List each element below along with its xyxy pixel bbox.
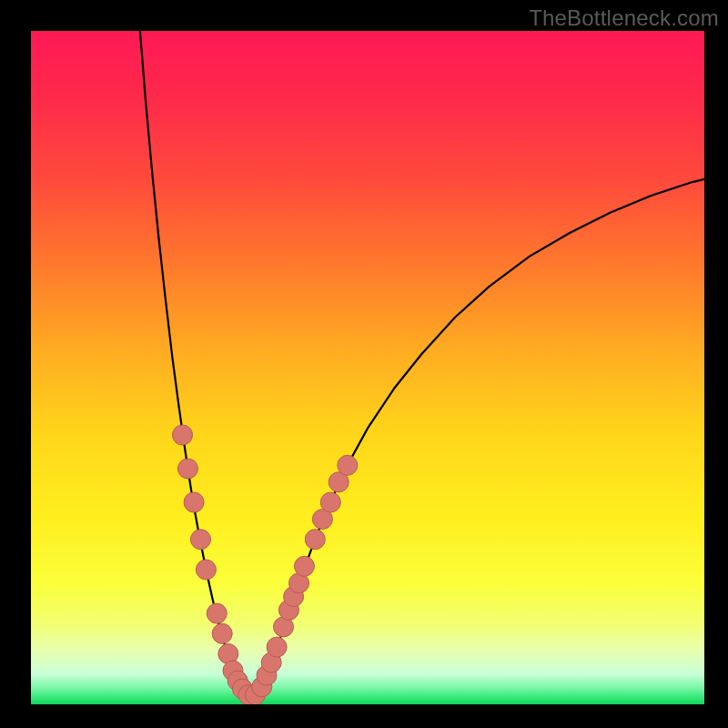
chart-svg bbox=[31, 31, 704, 704]
data-marker bbox=[177, 459, 197, 479]
data-marker bbox=[190, 530, 210, 550]
data-marker bbox=[212, 623, 232, 643]
data-marker bbox=[338, 455, 358, 475]
data-marker bbox=[320, 492, 340, 512]
data-marker bbox=[294, 556, 314, 576]
curve-left-curve bbox=[140, 31, 247, 695]
plot-area bbox=[31, 31, 704, 704]
data-marker bbox=[207, 603, 227, 623]
curve-group bbox=[140, 31, 704, 695]
data-marker bbox=[196, 560, 216, 580]
curve-right-curve bbox=[253, 179, 704, 696]
data-marker bbox=[173, 425, 193, 445]
watermark-text: TheBottleneck.com bbox=[529, 5, 719, 31]
data-marker bbox=[305, 530, 325, 550]
data-marker bbox=[184, 492, 204, 512]
marker-group bbox=[173, 425, 358, 704]
chart-frame: TheBottleneck.com bbox=[0, 0, 728, 728]
data-marker bbox=[267, 637, 287, 657]
